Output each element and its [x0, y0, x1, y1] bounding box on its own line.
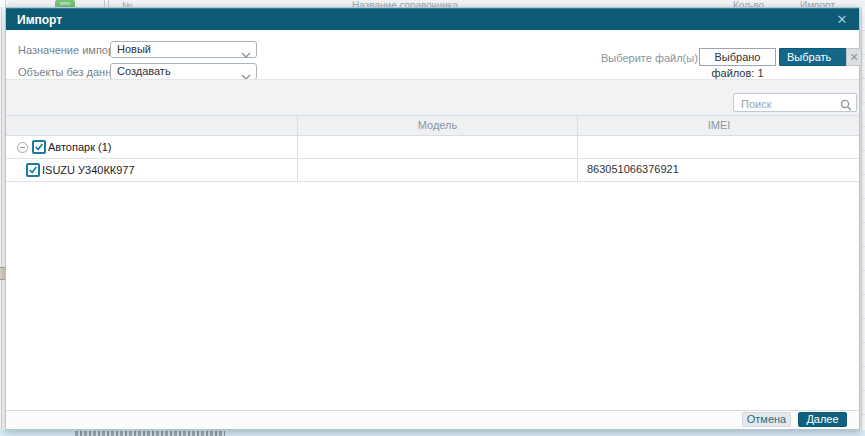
search-box	[733, 93, 857, 112]
search-icon[interactable]	[840, 97, 852, 115]
table-header-row: Модель IMEI	[6, 115, 859, 136]
objects-select-value: Создавать	[117, 65, 171, 77]
unit-checkbox[interactable]	[26, 163, 40, 177]
group-label: Автопарк (1)	[48, 141, 111, 153]
next-button[interactable]: Далее	[798, 412, 847, 427]
col-model[interactable]: Модель	[297, 116, 577, 135]
close-icon[interactable]: ✕	[834, 12, 850, 28]
files-selected-count: Выбрано файлов: 1	[699, 48, 776, 66]
divider	[108, 0, 109, 7]
bg-col-count: Кол-во	[733, 0, 764, 7]
chevron-down-icon	[241, 47, 251, 62]
bg-col-name: Название справочника	[352, 0, 458, 7]
destination-select-value: Новый	[117, 43, 151, 55]
destination-select[interactable]: Новый	[110, 41, 257, 58]
destination-label: Назначение импорта	[18, 44, 125, 56]
objects-label: Объекты без данных	[18, 66, 125, 78]
background-right-edge	[861, 7, 865, 430]
collapse-icon[interactable]	[17, 142, 28, 153]
unit-label: ISUZU У340КК977	[42, 164, 135, 176]
import-modal: Импорт ✕ Назначение импорта Новый Объект…	[5, 7, 860, 430]
clear-files-button[interactable]: ✕	[846, 48, 862, 66]
group-checkbox[interactable]	[32, 140, 46, 154]
imei-cell: 863051066376921	[577, 159, 860, 181]
bg-col-import: Импорт	[800, 0, 835, 7]
col-tree[interactable]	[6, 116, 297, 135]
divider	[104, 0, 105, 7]
search-input[interactable]	[739, 95, 838, 112]
imei-value: 863051066376921	[587, 163, 679, 175]
table-row-unit[interactable]: ISUZU У340КК977 863051066376921	[6, 159, 859, 182]
model-cell	[297, 136, 577, 158]
divider	[1, 7, 2, 430]
choose-files-label: Выберите файл(ы)	[601, 52, 698, 64]
model-cell	[297, 159, 577, 181]
table-row-group[interactable]: Автопарк (1)	[6, 136, 859, 159]
import-arrow-icon	[55, 0, 75, 7]
cancel-button[interactable]: Отмена	[742, 412, 791, 427]
modal-title: Импорт	[17, 13, 62, 27]
imei-cell	[577, 136, 860, 158]
modal-footer: Отмена Далее	[6, 410, 859, 429]
background-row-text	[75, 431, 225, 436]
table-toolbar	[6, 79, 859, 116]
import-dialog-screen: № Название справочника Кол-во Импорт Имп…	[0, 0, 865, 436]
background-selected-row	[0, 430, 865, 436]
objects-select[interactable]: Создавать	[110, 63, 257, 80]
modal-header[interactable]: Импорт ✕	[6, 8, 859, 30]
background-table-header: № Название справочника Кол-во Импорт	[0, 0, 865, 7]
bg-col-number: №	[122, 0, 133, 7]
col-imei[interactable]: IMEI	[577, 116, 860, 135]
